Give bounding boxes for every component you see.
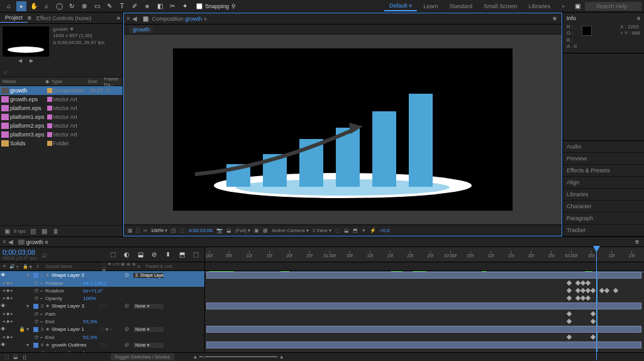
zoom-tool-icon[interactable]: ⌕: [42, 1, 52, 11]
tl-draft-icon[interactable]: ⬓: [135, 250, 145, 260]
vc-fast-icon[interactable]: ⚡: [370, 228, 376, 233]
eraser-tool-icon[interactable]: ◧: [155, 1, 165, 11]
zoom-dropdown[interactable]: 100% ▾: [151, 228, 167, 233]
vc-grid2-icon[interactable]: ▦: [263, 228, 268, 233]
workspace-libraries[interactable]: Libraries: [523, 2, 555, 11]
info-menu-icon[interactable]: ≡: [637, 15, 640, 21]
project-item[interactable]: platform2.epsVector Art: [0, 121, 123, 130]
side-panel-preview[interactable]: Preview: [563, 153, 644, 165]
col-audio-icon[interactable]: 🔊: [9, 264, 16, 269]
puppet-tool-icon[interactable]: ✦: [180, 1, 190, 11]
vc-c-icon[interactable]: ⬒: [353, 228, 358, 233]
brush-tool-icon[interactable]: ✐: [130, 1, 140, 11]
snapshot-icon[interactable]: 📷: [216, 228, 223, 233]
property-row[interactable]: ◂ ◆ ▸⏱⌐Rotation0x+71,0°: [0, 287, 204, 294]
tl-opt-icon[interactable]: ⬚: [191, 250, 201, 260]
tl-footer-c-icon[interactable]: {}: [20, 353, 29, 362]
layer-row[interactable]: 👁▾4★growth Outlines⬚ /☉None ▾: [0, 341, 204, 349]
layer-row[interactable]: 👁▾2★Shape Layer 3⬚ /☉None ▾: [0, 302, 204, 310]
roto-tool-icon[interactable]: ✂: [167, 1, 177, 11]
timeline-tab[interactable]: growth ≡: [13, 238, 53, 246]
side-panel-effects---presets[interactable]: Effects & Presets: [563, 165, 644, 177]
vc-a-icon[interactable]: ⬚: [335, 228, 340, 233]
project-search-input[interactable]: [4, 69, 119, 75]
rotate-tool-icon[interactable]: ↻: [67, 1, 77, 11]
property-row[interactable]: ◂ ◆ ▸⏱⌐End53,3%: [0, 318, 204, 325]
timeline-tracks[interactable]: [205, 271, 644, 352]
delete-icon[interactable]: 🗑: [52, 227, 60, 236]
home-icon[interactable]: ⌂: [4, 1, 14, 11]
timecode-display[interactable]: 0;00;03;08: [189, 228, 213, 233]
interpret-footage-icon[interactable]: ▣: [3, 227, 11, 236]
layer-row[interactable]: 👁🔒▾3★Shape Layer 1⬚ ✱ /☉None ▾: [0, 325, 204, 333]
side-panel-tracker[interactable]: Tracker: [563, 225, 644, 236]
effect-controls-tab[interactable]: Effect Controls (none): [31, 14, 96, 23]
vc-res-toggle-icon[interactable]: ◳: [171, 228, 176, 233]
timeline-layer-list[interactable]: 👁▾1★Shape Layer 2⬚ /☉2. Shape Laye ▾◂ ◆ …: [0, 271, 205, 352]
composition-tab[interactable]: Composition growth ≡: [152, 16, 207, 22]
tl-cc-icon[interactable]: ◐: [121, 250, 131, 260]
workspace-learn[interactable]: Learn: [418, 2, 443, 11]
tl-footer-b-icon[interactable]: ⬓: [11, 353, 20, 362]
panel-menu-icon[interactable]: »: [114, 14, 123, 21]
clone-tool-icon[interactable]: ⎈: [142, 1, 152, 11]
breadcrumb[interactable]: growth: [129, 26, 153, 33]
vc-b-icon[interactable]: ⬓: [344, 228, 349, 233]
toggle-switches-button[interactable]: Toggle Switches / Modes: [111, 353, 174, 360]
layer-row[interactable]: 👁▾1★Shape Layer 2⬚ /☉2. Shape Laye ▾: [0, 271, 204, 279]
composition-viewport[interactable]: [124, 35, 562, 225]
workspace-overflow-icon[interactable]: »: [557, 2, 570, 11]
project-item[interactable]: SolidsFolder: [0, 139, 123, 148]
tl-mb-icon[interactable]: ⊘: [149, 250, 159, 260]
views-dropdown[interactable]: 1 View ▾: [313, 228, 331, 233]
vc-3d-icon[interactable]: ∞: [143, 228, 147, 233]
toolbar-extra-icon[interactable]: ▣: [572, 1, 582, 11]
property-row[interactable]: ◂ ◆ ▸⏱⌐Opacity100%: [0, 294, 204, 302]
snapping-toggle[interactable]: Snapping ⚲: [196, 3, 236, 9]
property-row[interactable]: ◂ ◆ ▸⏱⌐Path: [0, 310, 204, 318]
vc-show-icon[interactable]: ⬓: [226, 228, 231, 233]
orbit-tool-icon[interactable]: ◯: [54, 1, 64, 11]
text-tool-icon[interactable]: T: [117, 1, 127, 11]
workspace-standard[interactable]: Standard: [444, 2, 477, 11]
project-item[interactable]: growthComposition29,97⬠: [0, 86, 123, 95]
side-panel-align[interactable]: Align: [563, 177, 644, 189]
bpc-toggle[interactable]: 8 bpc: [14, 227, 26, 236]
resolution-dropdown[interactable]: (Full) ▾: [235, 228, 250, 233]
vc-d-icon[interactable]: ✦: [362, 228, 366, 233]
side-panel-character[interactable]: Character: [563, 201, 644, 213]
side-panel-paragraph[interactable]: Paragraph: [563, 213, 644, 225]
new-comp-icon[interactable]: ▦: [40, 227, 49, 236]
camera-dropdown[interactable]: Active Camera ▾: [272, 228, 308, 233]
workspace-default[interactable]: Default ≡: [384, 1, 417, 11]
project-item[interactable]: growth.epsVector Art: [0, 95, 123, 104]
search-help-input[interactable]: [585, 2, 641, 11]
vc-magnify-icon[interactable]: ⎕: [136, 228, 140, 233]
tl-shy-icon[interactable]: ⬚: [108, 250, 118, 260]
vc-roi-icon[interactable]: ▣: [254, 228, 259, 233]
vc-grid-icon[interactable]: ▦: [128, 228, 133, 233]
project-list[interactable]: growthComposition29,97⬠growth.epsVector …: [0, 86, 123, 225]
col-lock-icon[interactable]: 🔒: [23, 264, 29, 269]
project-item[interactable]: platform1.epsVector Art: [0, 113, 123, 121]
exposure-value[interactable]: +0,0: [380, 228, 390, 233]
col-solo-icon[interactable]: ●: [16, 264, 23, 269]
anchor-tool-icon[interactable]: ⊕: [79, 1, 89, 11]
tl-graph-icon[interactable]: ⬍: [163, 250, 173, 260]
project-tab[interactable]: Project: [0, 13, 28, 23]
side-panel-libraries[interactable]: Libraries: [563, 189, 644, 201]
vc-channels-icon[interactable]: ⬚: [180, 228, 185, 233]
property-row[interactable]: ◂ ◆ ▸⏱⌐Position94,3,108,1: [0, 279, 204, 287]
project-item[interactable]: platform.epsVector Art: [0, 104, 123, 113]
hand-tool-icon[interactable]: ✋: [29, 1, 39, 11]
shape-tool-icon[interactable]: ▭: [92, 1, 102, 11]
workspace-small[interactable]: Small Screen: [479, 2, 523, 11]
comp-panel-menu-icon[interactable]: ≡: [550, 15, 559, 22]
timeline-ruler[interactable]: :00f05f10f15f20f25f01:00f05f10f15f20f25f…: [205, 247, 644, 262]
col-video-icon[interactable]: 👁: [3, 264, 9, 269]
timeline-search-input[interactable]: [42, 250, 67, 259]
timeline-menu-icon[interactable]: ≡: [633, 238, 641, 245]
property-row[interactable]: ◂ ◆ ▸⏱⌐End53,3%: [0, 333, 204, 341]
tl-snap-icon[interactable]: ⬒: [177, 250, 187, 260]
side-panel-audio[interactable]: Audio: [563, 141, 644, 153]
